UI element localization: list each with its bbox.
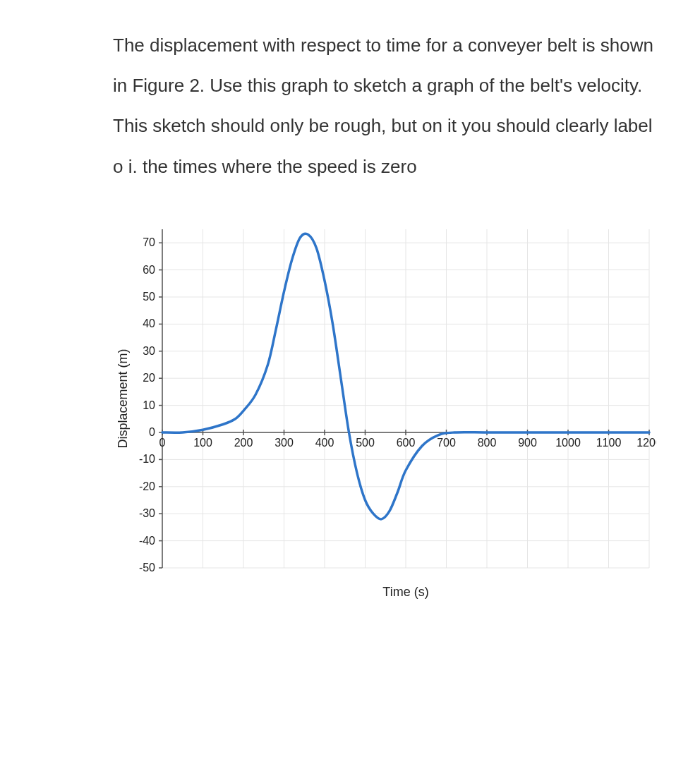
x-tick-label: 100 [193, 437, 212, 449]
y-tick-label: -40 [139, 534, 155, 546]
y-tick-label: 50 [143, 291, 155, 303]
x-tick-label: 400 [315, 437, 334, 449]
displacement-chart: 0100200300400500600700800900100011001200… [113, 215, 656, 603]
y-tick-label: 10 [143, 399, 155, 411]
question-prompt: The displacement with respect to time fo… [113, 25, 658, 187]
x-tick-label: 1100 [596, 437, 622, 449]
y-tick-label: -20 [139, 480, 155, 492]
y-tick-label: 30 [143, 345, 155, 357]
y-tick-label: 20 [143, 372, 155, 384]
y-tick-label: -30 [139, 507, 155, 519]
x-tick-label: 300 [274, 437, 294, 449]
page-root: The displacement with respect to time fo… [0, 0, 700, 764]
y-tick-label: 0 [149, 426, 155, 438]
y-axis-label: Displacement (m) [116, 348, 130, 448]
x-tick-label: 800 [478, 437, 497, 449]
chart-svg: 0100200300400500600700800900100011001200… [113, 215, 656, 603]
x-tick-label: 200 [234, 437, 253, 449]
y-tick-label: -10 [139, 453, 155, 465]
y-tick-label: -50 [139, 562, 155, 574]
y-tick-label: 70 [143, 236, 155, 248]
x-tick-label: 900 [518, 437, 537, 449]
x-tick-label: 1000 [555, 437, 581, 449]
y-tick-label: 60 [143, 263, 155, 275]
y-tick-label: 40 [143, 317, 155, 329]
x-tick-label: 0 [159, 437, 166, 449]
x-tick-label: 700 [437, 437, 456, 449]
x-tick-label: 500 [356, 437, 375, 449]
x-tick-label: 1200 [636, 437, 656, 449]
x-tick-label: 600 [397, 437, 416, 449]
x-axis-label: Time (s) [382, 585, 428, 599]
